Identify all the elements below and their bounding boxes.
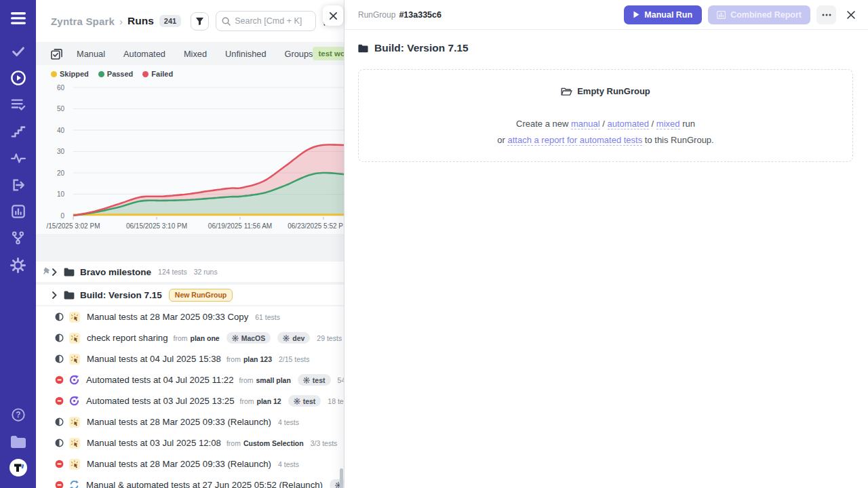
- run-title: Automated tests at 03 Jul 2025 13:25: [86, 396, 234, 406]
- run-title: Manual tests at 28 Mar 2025 09:33 (Relau…: [87, 417, 271, 427]
- run-tests-count: 61 tests: [255, 313, 280, 321]
- run-title: Manual tests at 03 Jul 2025 12:08: [87, 438, 221, 448]
- projects-folder-icon[interactable]: [0, 432, 36, 452]
- create-automated-link[interactable]: automated: [608, 119, 649, 129]
- run-tests-count: 4 tests: [278, 418, 299, 426]
- combined-report-button[interactable]: Combined Report: [708, 5, 810, 24]
- breadcrumb-project[interactable]: Zyntra Spark: [51, 16, 115, 27]
- panel-close-button[interactable]: [323, 5, 343, 26]
- empty-rungroup-box: Empty RunGroup Create a new manual / aut…: [358, 69, 853, 162]
- chevron-right-icon: [52, 268, 57, 276]
- run-tests-count: 29 tests: [317, 334, 342, 342]
- tab-unfinished[interactable]: Unfinished: [225, 49, 266, 59]
- run-plan-name: plan 123: [243, 355, 272, 363]
- run-title: Manual & automated tests at 27 Jun 2025 …: [86, 480, 323, 488]
- more-actions-button[interactable]: [816, 5, 836, 24]
- svg-text:06/23/2025 5:52 P: 06/23/2025 5:52 P: [288, 222, 343, 230]
- svg-text:0: 0: [60, 212, 64, 220]
- run-tests-count: 18 tests: [328, 397, 344, 405]
- svg-text:10: 10: [57, 190, 65, 198]
- search-input[interactable]: [235, 16, 315, 26]
- run-title: Manual tests at 28 Mar 2025 09:33 Copy: [87, 312, 248, 322]
- create-manual-link[interactable]: manual: [571, 119, 600, 129]
- status-in-progress-icon: [55, 333, 64, 342]
- branches-fork-icon[interactable]: [0, 228, 36, 248]
- manual-run-icon: [69, 312, 80, 323]
- run-row[interactable]: Manual tests at 28 Mar 2025 09:33 Copy61…: [36, 306, 344, 327]
- close-detail-button[interactable]: [846, 10, 856, 20]
- status-in-progress-icon: [55, 312, 64, 321]
- reports-chart-icon[interactable]: [0, 201, 36, 222]
- run-tag[interactable]: test: [298, 374, 331, 386]
- play-icon: [633, 11, 639, 18]
- tab-manual[interactable]: Manual: [77, 49, 105, 59]
- active-filter-chip[interactable]: test work: [313, 47, 344, 60]
- activity-pulse-icon[interactable]: [0, 148, 36, 168]
- menu-icon[interactable]: [0, 8, 36, 28]
- run-row[interactable]: Manual tests at 28 Mar 2025 09:33 (Relau…: [36, 411, 344, 432]
- run-tests-count: 3/3 tests: [311, 439, 338, 447]
- filter-button[interactable]: [191, 12, 209, 30]
- folder-icon: [358, 44, 368, 53]
- tab-groups[interactable]: Groups: [285, 49, 313, 59]
- rungroup-name: Bravo milestone: [80, 267, 151, 277]
- bar-chart-icon: [717, 11, 726, 19]
- manual-run-icon: [69, 459, 80, 470]
- manual-run-icon: [69, 354, 80, 365]
- sign-in-icon[interactable]: [0, 175, 36, 195]
- detail-header: RunGroup #13a335c6 Manual Run Combined R…: [344, 0, 868, 30]
- rungroup-row-build[interactable]: Build: Version 7.15New RunGroup: [36, 285, 344, 305]
- run-row[interactable]: Manual tests at 28 Mar 2025 09:33 (Relau…: [36, 453, 344, 474]
- gear-icon: [283, 335, 290, 342]
- settings-gear-icon[interactable]: [0, 255, 36, 275]
- run-tag[interactable]: test: [288, 395, 321, 407]
- app-logo[interactable]: [0, 458, 36, 478]
- rungroup-name: Build: Version 7.15: [80, 290, 162, 300]
- attach-report-link[interactable]: attach a report for automated tests: [507, 135, 642, 146]
- run-plan-name: plan 12: [256, 397, 281, 405]
- empty-attach-line: or attach a report for automated tests t…: [497, 135, 713, 145]
- runs-play-icon[interactable]: [0, 68, 36, 88]
- status-in-progress-icon: [55, 418, 64, 426]
- run-from-label: from: [239, 397, 254, 405]
- tab-automated[interactable]: Automated: [123, 49, 165, 59]
- run-row[interactable]: Manual & automated tests at 27 Jun 2025 …: [36, 474, 344, 488]
- run-tag[interactable]: MacOS: [226, 332, 271, 344]
- scrollbar-thumb[interactable]: [340, 468, 343, 488]
- gear-icon: [294, 398, 300, 405]
- legend-passed: Passed: [98, 70, 134, 78]
- chart-legend: SkippedPassedFailed: [51, 70, 173, 78]
- run-tests-count: 2/15 tests: [279, 355, 310, 363]
- run-row[interactable]: Automated tests at 03 Jul 2025 13:25from…: [36, 390, 344, 411]
- run-row[interactable]: Manual tests at 03 Jul 2025 12:08fromCus…: [36, 432, 344, 453]
- folder-icon: [64, 291, 75, 300]
- create-mixed-link[interactable]: mixed: [656, 119, 680, 129]
- svg-text:/15/2025 3:02 PM: /15/2025 3:02 PM: [47, 222, 100, 230]
- plans-list-check-icon[interactable]: [0, 94, 36, 115]
- search-box[interactable]: [216, 11, 316, 31]
- manual-run-icon: [69, 438, 80, 449]
- area-chart: 0102030405060/15/2025 3:02 PM06/15/2025 …: [36, 82, 344, 232]
- chevron-right-icon: [52, 291, 57, 299]
- run-from-label: from: [173, 334, 187, 342]
- run-row[interactable]: Manual tests at 04 Jul 2025 15:38frompla…: [36, 348, 344, 369]
- run-title: Manual tests at 04 Jul 2025 15:38: [87, 354, 221, 364]
- milestones-stairs-icon[interactable]: [0, 121, 36, 142]
- svg-text:06/15/2025 3:10 PM: 06/15/2025 3:10 PM: [126, 222, 187, 230]
- svg-text:50: 50: [57, 105, 65, 113]
- select-all-icon[interactable]: [51, 48, 62, 60]
- run-tag[interactable]: dev: [277, 332, 310, 344]
- folder-icon: [64, 268, 75, 277]
- runs-list: Manual tests at 28 Mar 2025 09:33 Copy61…: [36, 306, 344, 488]
- tests-check-icon[interactable]: [0, 41, 36, 62]
- run-row[interactable]: check report sharingfromplan oneMacOSdev…: [36, 327, 344, 348]
- status-in-progress-icon: [55, 354, 64, 363]
- help-icon[interactable]: ?: [0, 405, 36, 425]
- manual-run-button[interactable]: Manual Run: [624, 5, 702, 24]
- runs-count-badge: 241: [159, 15, 181, 27]
- tab-mixed[interactable]: Mixed: [184, 49, 207, 59]
- run-row[interactable]: Automated tests at 04 Jul 2025 11:22from…: [36, 369, 344, 390]
- search-icon: [222, 17, 231, 26]
- rungroup-row-bravo[interactable]: Bravo milestone124 tests32 runs: [36, 262, 344, 282]
- automated-run-icon: [69, 375, 79, 385]
